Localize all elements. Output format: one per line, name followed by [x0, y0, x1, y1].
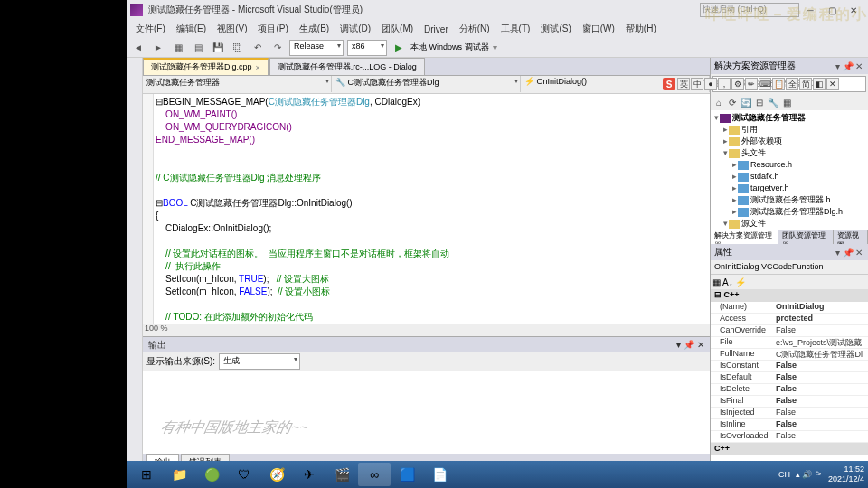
maximize-button[interactable]: ▢ — [821, 3, 843, 17]
tree-node[interactable]: ▸测试隐藏任务管理器.h — [712, 194, 866, 206]
taskbar-app[interactable]: 🧭 — [260, 463, 293, 486]
tree-node[interactable]: ▾测试隐藏任务管理器 — [712, 112, 866, 124]
ime-button[interactable]: 简 — [799, 78, 812, 90]
tree-node[interactable]: ▾源文件 — [712, 218, 866, 230]
start-debug-icon[interactable]: ▶ — [391, 40, 407, 56]
solution-tab[interactable]: 解决方案资源管理器 — [711, 230, 778, 244]
property-row[interactable]: IsInjectedFalse — [711, 408, 868, 419]
menu-item[interactable]: 视图(V) — [212, 21, 252, 37]
tree-node[interactable]: ▾头文件 — [712, 147, 866, 159]
ime-button[interactable]: 📋 — [772, 78, 785, 90]
ime-button[interactable]: 中 — [691, 78, 703, 90]
menu-item[interactable]: 工具(T) — [495, 21, 536, 37]
ime-button[interactable]: ⌨ — [759, 78, 771, 90]
minimize-button[interactable]: ─ — [799, 3, 821, 17]
taskbar-vs[interactable]: ∞ — [358, 463, 391, 486]
solution-tree[interactable]: ▾测试隐藏任务管理器▸引用▸外部依赖项▾头文件▸Resource.h▸stdaf… — [711, 110, 868, 230]
tray-ime[interactable]: CH — [778, 470, 790, 479]
pin-icon[interactable]: ▾ 📌 ✕ — [676, 340, 704, 350]
menu-item[interactable]: 生成(B) — [294, 21, 335, 37]
menu-item[interactable]: 团队(M) — [376, 21, 419, 37]
property-row[interactable]: Accessprotected — [711, 314, 868, 325]
redo-icon[interactable]: ↷ — [269, 40, 286, 56]
ime-button[interactable]: 英 — [677, 78, 690, 90]
document-tab[interactable]: 测试隐藏任务管理器.rc-...LOG - Dialog — [269, 58, 425, 75]
menu-item[interactable]: 调试(D) — [335, 21, 376, 37]
property-row[interactable]: IsFinalFalse — [711, 396, 868, 408]
menu-item[interactable]: 测试(S) — [535, 21, 576, 37]
menu-item[interactable]: 编辑(E) — [171, 21, 212, 37]
open-icon[interactable]: ▤ — [190, 40, 206, 56]
property-row[interactable]: IsConstantFalse — [711, 361, 868, 372]
tree-node[interactable]: ▸Resource.h — [712, 159, 866, 171]
sogou-ime-icon[interactable]: S — [663, 78, 675, 90]
tree-node[interactable]: ▸targetver.h — [712, 183, 866, 194]
menubar[interactable]: 文件(F)编辑(E)视图(V)项目(P)生成(B)调试(D)团队(M)Drive… — [127, 20, 868, 38]
solution-tab[interactable]: 团队资源管理器 — [778, 230, 833, 244]
taskbar-app[interactable]: 🛡 — [228, 463, 260, 486]
taskbar-app[interactable]: 🟢 — [195, 463, 228, 486]
taskbar-app[interactable]: ✈ — [293, 463, 326, 486]
properties-category[interactable]: ⊟ C++ — [711, 289, 868, 302]
save-icon[interactable]: 💾 — [210, 40, 226, 56]
panel-close-icon[interactable]: ✕ — [854, 61, 864, 71]
nav-back-icon[interactable]: ◄ — [130, 40, 146, 56]
solution-tab[interactable]: 资源视图 — [834, 230, 868, 244]
properties-toolbar[interactable]: ▦A↓⚡ — [711, 275, 868, 289]
tray-clock[interactable]: 11:522021/12/4 — [828, 465, 864, 484]
property-row[interactable]: CanOverrideFalse — [711, 325, 868, 337]
ime-toolbar[interactable]: 英中●,⚙✏⌨📋全简◧✕ — [677, 78, 839, 90]
config-combo[interactable]: Release — [289, 40, 344, 56]
menu-item[interactable]: 窗口(W) — [577, 21, 620, 37]
property-row[interactable]: IsInlineFalse — [711, 419, 868, 431]
tray-icons[interactable]: ▴ 🔊 🏳 — [796, 470, 823, 479]
tab-close-icon[interactable]: × — [256, 63, 260, 72]
tree-node[interactable]: ▸stdafx.h — [712, 171, 866, 183]
quick-launch-input[interactable]: 快速启动 (Ctrl+Q) — [700, 3, 799, 17]
nav-fwd-icon[interactable]: ► — [150, 40, 166, 56]
taskbar-app[interactable]: 🟦 — [391, 463, 423, 486]
new-icon[interactable]: ▦ — [170, 40, 186, 56]
property-row[interactable]: IsOverloadedFalse — [711, 431, 868, 443]
menu-item[interactable]: Driver — [419, 23, 454, 36]
menu-item[interactable]: 帮助(H) — [620, 21, 662, 37]
pin-icon[interactable]: 📌 — [843, 61, 854, 71]
platform-combo[interactable]: x86 — [347, 40, 387, 56]
windows-taskbar[interactable]: ⊞ 📁 🟢 🛡 🧭 ✈ 🎬 ∞ 🟦 📄 CH ▴ 🔊 🏳 11:522021/1… — [127, 461, 868, 488]
solution-toolbar[interactable]: ⌂⟳🔄 ⊟🔧▦ — [711, 94, 868, 110]
undo-icon[interactable]: ↶ — [250, 40, 266, 56]
taskbar-app[interactable]: 📁 — [163, 463, 195, 486]
tree-node[interactable]: ▸外部依赖项 — [712, 136, 866, 147]
left-toolwell[interactable] — [127, 58, 143, 470]
property-row[interactable]: Filee:\vs_Projects\测试隐藏 — [711, 337, 868, 349]
panel-menu-icon[interactable]: ▾ — [832, 61, 843, 71]
property-row[interactable]: FullNameC测试隐藏任务管理器Dl — [711, 349, 868, 361]
property-row[interactable]: IsDefaultFalse — [711, 372, 868, 384]
document-tab[interactable]: 测试隐藏任务管理器Dlg.cpp × — [143, 58, 269, 75]
output-body[interactable]: 有种中国版地主家的~~ — [143, 371, 710, 454]
ime-button[interactable]: ◧ — [813, 78, 826, 90]
close-button[interactable]: ✕ — [843, 3, 864, 17]
ime-button[interactable]: ● — [704, 78, 717, 90]
properties-grid[interactable]: (Name)OnInitDialogAccessprotectedCanOver… — [711, 302, 868, 443]
taskbar-app[interactable]: 🎬 — [326, 463, 358, 486]
solution-tabstrip[interactable]: 解决方案资源管理器团队资源管理器资源视图 — [711, 230, 868, 244]
saveall-icon[interactable]: ⿻ — [230, 40, 246, 56]
zoom-level[interactable]: 100 % — [143, 324, 710, 336]
start-button[interactable]: ⊞ — [130, 463, 163, 486]
start-debug-label[interactable]: 本地 Windows 调试器 — [410, 42, 489, 53]
ime-button[interactable]: , — [718, 78, 731, 90]
nav-scope-combo[interactable]: 测试隐藏任务管理器 — [143, 76, 332, 92]
property-row[interactable]: (Name)OnInitDialog — [711, 302, 868, 314]
property-row[interactable]: IsDeleteFalse — [711, 384, 868, 396]
ime-button[interactable]: ✏ — [745, 78, 758, 90]
ime-button[interactable]: ⚙ — [731, 78, 744, 90]
tree-node[interactable]: ▸测试隐藏任务管理器Dlg.h — [712, 206, 866, 218]
code-editor[interactable]: ⊟BEGIN_MESSAGE_MAP(C测试隐藏任务管理器Dlg, CDialo… — [143, 94, 710, 324]
ime-button[interactable]: ✕ — [826, 78, 839, 90]
menu-item[interactable]: 分析(N) — [454, 21, 495, 37]
menu-item[interactable]: 文件(F) — [130, 21, 171, 37]
tree-node[interactable]: ▸引用 — [712, 124, 866, 136]
taskbar-app[interactable]: 📄 — [423, 463, 456, 486]
ime-button[interactable]: 全 — [786, 78, 798, 90]
